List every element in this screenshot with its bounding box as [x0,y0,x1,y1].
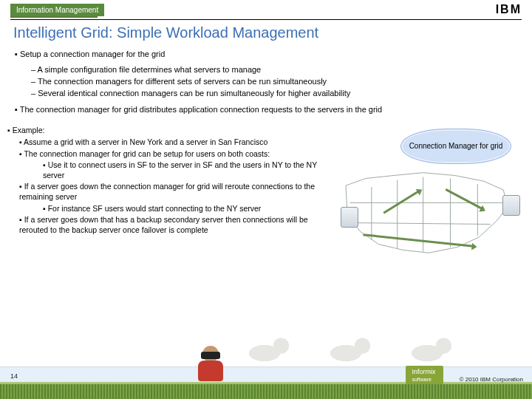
example-sf-to-ny: For instance SF users would start connec… [43,204,323,214]
software-label: software [412,377,431,382]
ibm-logo: IBM [496,3,522,16]
example-connect-users: Use it to connect users in SF to the ser… [43,160,323,180]
map-diagram: Connection Manager for grid [329,126,525,259]
bullet-setup: Setup a connection manager for the grid [15,49,519,60]
grass-decoration [0,384,532,399]
copyright: © 2010 IBM Corporation [460,376,523,383]
cloud-label: Connection Manager for grid [400,129,511,164]
cat-icon [244,337,296,366]
bullet-different-sets: The connection managers for different se… [31,76,519,87]
informix-badge: Informix. software [406,366,443,384]
bullet-identical: Several identical connection managers ca… [31,88,519,99]
brand-bar: Information Management [10,4,104,16]
brand-underline [10,16,98,18]
bullet-config: A simple configuration file determines w… [31,64,519,75]
bullet-distributes: The connection manager for grid distribu… [15,104,519,115]
page-number: 14 [10,372,18,380]
header-divider [10,19,522,20]
example-row: Example: Assume a grid with a server in … [0,120,532,259]
example-head: Example: [7,126,323,136]
content-area: Setup a connection manager for the grid … [0,49,532,115]
person-binoculars-icon [192,346,229,390]
example-assume: Assume a grid with a server in New York … [19,137,323,148]
example-coasts: The connection manager for grid can be s… [19,149,323,160]
example-text: Example: Assume a grid with a server in … [7,126,323,259]
example-reroute: If a server goes down the connection man… [19,182,323,202]
example-backup: If a server goes down that has a backup … [19,215,323,235]
cat-icon [406,337,458,366]
usa-map [329,166,525,259]
informix-label: Informix [412,368,435,375]
bullet-list-2: The connection manager for grid distribu… [13,104,519,115]
footer-strip [0,366,532,399]
bullet-list-1: Setup a connection manager for the grid … [13,49,519,98]
watermark-cats [244,337,458,366]
slide-title: Intelligent Grid: Simple Workload Manage… [0,24,532,49]
cat-icon [325,337,377,366]
slide-header: Information Management IBM [0,0,532,16]
server-sf-icon [341,207,358,228]
server-ny-icon [502,195,520,216]
